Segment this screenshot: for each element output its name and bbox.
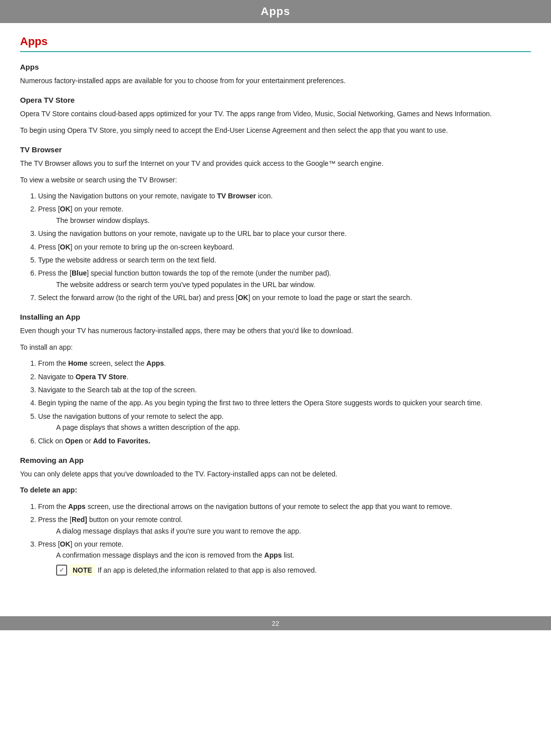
page-title: Apps: [20, 35, 531, 52]
note-box: ✓ NOTE If an app is deleted,the informat…: [56, 564, 317, 576]
tv-step-7: Select the forward arrow (to the right o…: [38, 292, 531, 303]
install-step-4: Begin typing the name of the app. As you…: [38, 397, 531, 408]
tv-step-2: Press [OK] on your remote. The browser w…: [38, 203, 531, 226]
removing-pre: To delete an app:: [20, 484, 531, 495]
intro-paragraph: Numerous factory-installed apps are avai…: [20, 75, 531, 86]
install-step-3: Navigate to the Search tab at the top of…: [38, 384, 531, 395]
removing-heading: Removing an App: [20, 454, 531, 466]
opera-para-2: To begin using Opera TV Store, you simpl…: [20, 125, 531, 136]
tv-browser-heading: TV Browser: [20, 144, 531, 156]
removing-steps: From the Apps screen, use the directiona…: [38, 501, 531, 576]
install-step-5-sub: A page displays that shows a written des…: [56, 423, 240, 431]
remove-step-1: From the Apps screen, use the directiona…: [38, 501, 531, 512]
note-icon: ✓: [56, 565, 67, 576]
install-step-1: From the Home screen, select the Apps.: [38, 358, 531, 369]
tv-step-6-sub: The website address or search term you'v…: [56, 281, 315, 289]
remove-step-3: Press [OK] on your remote. A confirmatio…: [38, 539, 531, 576]
install-step-5: Use the navigation buttons of your remot…: [38, 411, 531, 433]
note-text: If an app is deleted,the information rel…: [98, 565, 317, 576]
tv-step-1: Using the Navigation buttons on your rem…: [38, 190, 531, 201]
apps-section-heading: Apps: [20, 61, 531, 73]
note-label: NOTE: [70, 564, 95, 576]
remove-step-2: Press the [Red] button on your remote co…: [38, 514, 531, 537]
header-bar: Apps: [0, 0, 551, 23]
tv-browser-para-1: The TV Browser allows you to surf the In…: [20, 158, 531, 169]
remove-step-2-sub: A dialog message displays that asks if y…: [56, 527, 301, 535]
tv-step-6: Press the [Blue] special function button…: [38, 268, 531, 290]
tv-step-3: Using the navigation buttons on your rem…: [38, 228, 531, 239]
tv-step-5: Type the website address or search term …: [38, 255, 531, 266]
main-content: Apps Apps Numerous factory-installed app…: [0, 23, 551, 601]
install-step-2: Navigate to Opera TV Store.: [38, 371, 531, 382]
tv-step-2-sub: The browser window displays.: [56, 216, 150, 224]
tv-step-4: Press [OK] on your remote to bring up th…: [38, 241, 531, 253]
installing-heading: Installing an App: [20, 311, 531, 323]
opera-para-1: Opera TV Store contains cloud-based apps…: [20, 108, 531, 119]
remove-step-3-sub: A confirmation message displays and the …: [56, 551, 294, 559]
installing-intro: Even though your TV has numerous factory…: [20, 325, 531, 336]
footer-bar: 22: [0, 616, 551, 630]
header-title: Apps: [0, 5, 551, 18]
removing-intro: You can only delete apps that you've dow…: [20, 468, 531, 479]
installing-steps: From the Home screen, select the Apps. N…: [38, 358, 531, 446]
tv-browser-steps: Using the Navigation buttons on your rem…: [38, 190, 531, 304]
page-number: 22: [272, 620, 279, 627]
opera-tv-store-heading: Opera TV Store: [20, 94, 531, 106]
tv-browser-para-2: To view a website or search using the TV…: [20, 174, 531, 185]
install-step-6: Click on Open or Add to Favorites.: [38, 435, 531, 446]
installing-pre: To install an app:: [20, 342, 531, 353]
